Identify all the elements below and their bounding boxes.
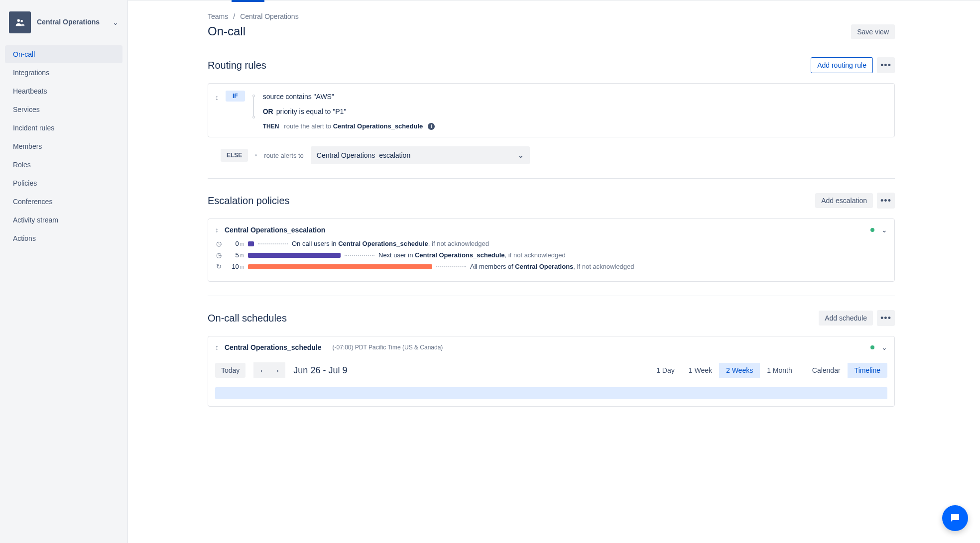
range-1day[interactable]: 1 Day [649, 363, 682, 378]
step-text: All members of Central Operations, if no… [470, 263, 634, 270]
add-escalation-button[interactable]: Add escalation [815, 193, 873, 208]
repeat-icon: ↻ [215, 263, 222, 270]
routing-rules-section: Routing rules Add routing rule ••• ↕ IF [208, 51, 895, 164]
info-icon[interactable]: i [428, 123, 435, 130]
schedules-section: On-call schedules Add schedule ••• ↕ Cen… [208, 296, 895, 407]
status-dot-icon [870, 345, 874, 349]
escalation-title: Escalation policies [208, 195, 290, 207]
drag-handle-icon[interactable]: ↕ [215, 343, 219, 351]
sidebar-item-members[interactable]: Members [5, 137, 122, 155]
sidebar-item-incident-rules[interactable]: Incident rules [5, 119, 122, 137]
clock-icon: ◷ [215, 251, 222, 259]
else-text: route alerts to [264, 152, 304, 159]
then-label: THEN [263, 123, 279, 130]
step-text: On call users in Central Operations_sche… [292, 240, 489, 247]
range-1month[interactable]: 1 Month [760, 363, 799, 378]
if-tag: IF [226, 91, 245, 102]
breadcrumb-root[interactable]: Teams [208, 12, 228, 20]
schedules-title: On-call schedules [208, 313, 287, 324]
escalation-step-0: ◷ 0m On call users in Central Operations… [215, 240, 887, 247]
step-time: 0m [226, 240, 244, 247]
team-switcher[interactable]: Central Operations ⌄ [5, 7, 122, 37]
drag-handle-icon[interactable]: ↕ [215, 226, 219, 234]
then-target: Central Operations_schedule [333, 122, 423, 130]
then-text: route the alert to Central Operations_sc… [284, 122, 423, 130]
main-content: Teams / Central Operations On-call Save … [128, 0, 980, 543]
range-1week[interactable]: 1 Week [682, 363, 719, 378]
routing-more-button[interactable]: ••• [877, 57, 895, 73]
dot-icon [255, 154, 257, 156]
sidebar-item-integrations[interactable]: Integrations [5, 64, 122, 82]
condition-1: source contains "AWS" [263, 91, 435, 103]
add-routing-rule-button[interactable]: Add routing rule [811, 57, 873, 73]
drag-handle-icon[interactable]: ↕ [215, 91, 219, 102]
escalation-step-2: ↻ 10m All members of Central Operations,… [215, 263, 887, 270]
today-button[interactable]: Today [215, 363, 245, 378]
timeline-bar [215, 387, 887, 399]
schedules-more-button[interactable]: ••• [877, 310, 895, 326]
schedule-name: Central Operations_schedule [225, 343, 322, 351]
step-bar [248, 241, 254, 246]
else-select-value: Central Operations_escalation [317, 151, 410, 159]
condition-2: ORpriority is equal to "P1" [263, 106, 435, 117]
dotted-line [436, 266, 466, 267]
sidebar-nav: On-call Integrations Heartbeats Services… [5, 45, 122, 247]
or-label: OR [263, 108, 273, 115]
svg-point-0 [17, 19, 20, 22]
sidebar-item-oncall[interactable]: On-call [5, 45, 122, 63]
sidebar-item-policies[interactable]: Policies [5, 174, 122, 192]
else-target-select[interactable]: Central Operations_escalation ⌄ [311, 146, 530, 164]
dotted-line [345, 255, 374, 256]
routing-rules-title: Routing rules [208, 60, 266, 71]
chevron-down-icon[interactable]: ⌄ [881, 226, 887, 234]
sidebar-item-conferences[interactable]: Conferences [5, 193, 122, 211]
step-bar [248, 253, 341, 258]
range-selector: 1 Day 1 Week 2 Weeks 1 Month [649, 363, 799, 378]
schedule-card[interactable]: ↕ Central Operations_schedule (-07:00) P… [208, 336, 895, 407]
chevron-down-icon: ⌄ [113, 18, 119, 26]
condition-connector [252, 91, 256, 118]
date-range: Jun 26 - Jul 9 [293, 365, 347, 376]
save-view-button[interactable]: Save view [851, 24, 895, 39]
breadcrumb-separator: / [233, 12, 235, 20]
step-time: 5m [226, 251, 244, 259]
prev-button[interactable]: ‹ [253, 362, 269, 378]
dotted-line [258, 243, 288, 244]
clock-icon: ◷ [215, 240, 222, 247]
step-time: 10m [226, 263, 244, 270]
condition-2-text: priority is equal to "P1" [276, 108, 347, 115]
page-title: On-call [208, 24, 245, 38]
range-2weeks[interactable]: 2 Weeks [719, 363, 760, 378]
chevron-down-icon[interactable]: ⌄ [881, 343, 887, 351]
view-calendar[interactable]: Calendar [805, 363, 848, 378]
sidebar-item-activity-stream[interactable]: Activity stream [5, 211, 122, 229]
chat-widget-button[interactable] [942, 505, 968, 531]
routing-rule-card[interactable]: ↕ IF source contains "AWS" ORpriority is… [208, 83, 895, 137]
view-timeline[interactable]: Timeline [848, 363, 887, 378]
team-avatar-icon [9, 11, 31, 33]
view-selector: Calendar Timeline [805, 363, 887, 378]
chevron-down-icon: ⌄ [518, 151, 524, 159]
step-text: Next user in Central Operations_schedule… [378, 251, 566, 259]
next-button[interactable]: › [269, 362, 285, 378]
escalation-policy-name: Central Operations_escalation [225, 226, 325, 234]
sidebar: Central Operations ⌄ On-call Integration… [0, 0, 128, 543]
sidebar-item-roles[interactable]: Roles [5, 156, 122, 174]
topbar-accent [232, 0, 264, 2]
escalation-step-1: ◷ 5m Next user in Central Operations_sch… [215, 251, 887, 259]
escalation-more-button[interactable]: ••• [877, 193, 895, 209]
add-schedule-button[interactable]: Add schedule [819, 311, 873, 326]
sidebar-item-services[interactable]: Services [5, 101, 122, 118]
else-tag: ELSE [221, 149, 248, 162]
schedule-timezone: (-07:00) PDT Pacific Time (US & Canada) [333, 344, 443, 351]
team-name: Central Operations [37, 18, 107, 27]
escalation-policy-card[interactable]: ↕ Central Operations_escalation ⌄ ◷ 0m [208, 218, 895, 282]
step-bar [248, 264, 432, 269]
sidebar-item-actions[interactable]: Actions [5, 229, 122, 247]
svg-point-1 [20, 20, 23, 22]
status-dot-icon [870, 228, 874, 232]
then-prefix: route the alert to [284, 122, 333, 130]
breadcrumb-current: Central Operations [240, 12, 299, 20]
escalation-policies-section: Escalation policies Add escalation ••• ↕… [208, 178, 895, 282]
sidebar-item-heartbeats[interactable]: Heartbeats [5, 82, 122, 100]
